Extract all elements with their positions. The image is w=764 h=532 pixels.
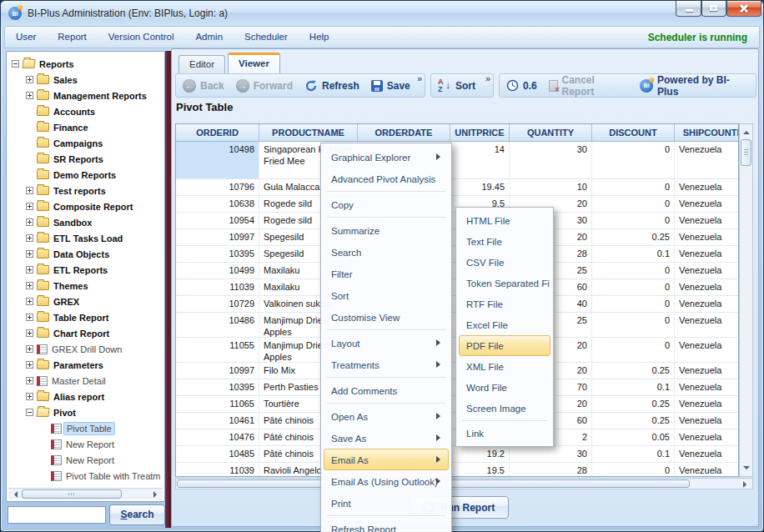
tree-item-new-report[interactable]: New Report bbox=[40, 452, 114, 468]
cell-country[interactable]: Venezuela bbox=[675, 246, 739, 262]
refresh-button[interactable]: Refresh bbox=[304, 79, 359, 93]
plus-toggle-icon[interactable] bbox=[26, 76, 33, 83]
menu-item-html-file[interactable]: HTML File bbox=[459, 210, 550, 231]
plus-toggle-icon[interactable] bbox=[26, 345, 33, 353]
table-horizontal-scrollbar[interactable] bbox=[175, 478, 753, 489]
tree-item-master-detail[interactable]: Master Detail bbox=[26, 373, 106, 389]
column-header-shipcountry[interactable]: SHIPCOUNTRY bbox=[675, 124, 739, 141]
menu-item-rtf-file[interactable]: RTF File bbox=[459, 294, 550, 314]
tree-item-parameters[interactable]: Parameters bbox=[26, 357, 103, 373]
cell-country[interactable]: Venezuela bbox=[675, 313, 739, 337]
tree-item-sandbox[interactable]: Sandbox bbox=[26, 214, 92, 230]
cell-orderid[interactable]: 10729 bbox=[176, 296, 259, 312]
tree-item-accounts[interactable]: Accounts bbox=[26, 103, 95, 119]
cell-country[interactable]: Venezuela bbox=[675, 279, 739, 295]
column-header-unitprice[interactable]: UNITPRICE bbox=[450, 124, 510, 141]
tree-item-test-reports[interactable]: Test reports bbox=[26, 183, 106, 198]
cell-disc[interactable]: 0.25 bbox=[592, 413, 675, 429]
cell-orderid[interactable]: 10954 bbox=[176, 213, 259, 228]
menu-item-search[interactable]: Search bbox=[324, 241, 449, 263]
cell-orderid[interactable]: 10485 bbox=[176, 446, 259, 462]
cell-disc[interactable]: 0 bbox=[592, 142, 675, 178]
menu-item-customise-view[interactable]: Customise View bbox=[324, 306, 449, 328]
cell-country[interactable]: Venezuela bbox=[675, 463, 739, 477]
sort-overflow-icon[interactable]: » bbox=[485, 73, 490, 83]
column-header-orderid[interactable]: ORDERID bbox=[176, 124, 259, 141]
cell-country[interactable]: Venezuela bbox=[675, 179, 739, 195]
plus-toggle-icon[interactable] bbox=[26, 393, 33, 400]
cell-orderid[interactable]: 10498 bbox=[176, 142, 259, 178]
cell-qty[interactable]: 10 bbox=[510, 179, 592, 195]
cell-orderid[interactable]: 10461 bbox=[176, 413, 259, 429]
plus-toggle-icon[interactable] bbox=[26, 250, 33, 258]
scroll-right-icon[interactable] bbox=[153, 491, 160, 498]
column-header-discount[interactable]: DISCOUNT bbox=[592, 124, 675, 141]
menu-item-graphical-explorer[interactable]: Graphical Explorer bbox=[324, 146, 449, 168]
minus-toggle-icon[interactable] bbox=[12, 60, 19, 68]
cell-disc[interactable]: 0.1 bbox=[592, 246, 675, 262]
menu-item-treatments[interactable]: Treatments bbox=[324, 354, 449, 375]
cell-orderid[interactable]: 10499 bbox=[176, 263, 259, 279]
plus-toggle-icon[interactable] bbox=[26, 266, 33, 274]
cell-disc[interactable]: 0 bbox=[592, 213, 675, 228]
tree-item-management-reports[interactable]: Management Reports bbox=[26, 88, 147, 103]
menu-item-copy[interactable]: Copy bbox=[324, 193, 449, 215]
maximize-button[interactable] bbox=[701, 1, 726, 17]
plus-toggle-icon[interactable] bbox=[26, 377, 33, 384]
cell-country[interactable]: Venezuela bbox=[675, 429, 739, 445]
tree-item-grex-drill-down[interactable]: GREX Drill Down bbox=[26, 341, 122, 357]
cell-qty[interactable]: 28 bbox=[510, 463, 592, 477]
cell-country[interactable]: Venezuela bbox=[675, 142, 739, 178]
close-button[interactable] bbox=[726, 1, 761, 17]
scroll-right-icon[interactable] bbox=[743, 481, 750, 488]
menubar-item-help[interactable]: Help bbox=[299, 27, 340, 48]
cell-disc[interactable]: 0 bbox=[592, 296, 675, 312]
save-button[interactable]: Save bbox=[371, 80, 410, 92]
tree-item-themes[interactable]: Themes bbox=[26, 278, 88, 294]
tree-item-grex[interactable]: GREX bbox=[26, 294, 79, 309]
scroll-left-icon[interactable] bbox=[11, 491, 18, 498]
menu-item-excel-file[interactable]: Excel File bbox=[459, 314, 550, 335]
cell-price[interactable]: 19.45 bbox=[450, 179, 510, 195]
menu-item-print[interactable]: Print bbox=[324, 492, 449, 514]
cell-disc[interactable]: 0.1 bbox=[592, 379, 675, 395]
table-row[interactable]: 10796Gula Malacca19.45100Venezuela bbox=[176, 179, 738, 196]
menu-item-text-file[interactable]: Text File bbox=[459, 231, 550, 252]
cell-orderid[interactable]: 10395 bbox=[176, 246, 259, 262]
cell-country[interactable]: Venezuela bbox=[675, 413, 739, 429]
cell-disc[interactable]: 0 bbox=[592, 179, 675, 195]
plus-toggle-icon[interactable] bbox=[26, 298, 33, 305]
cell-disc[interactable]: 0.25 bbox=[592, 363, 675, 379]
tree-item-etl-tasks-load[interactable]: ETL Tasks Load bbox=[26, 230, 123, 246]
plus-toggle-icon[interactable] bbox=[26, 314, 33, 321]
column-header-quantity[interactable]: QUANTITY bbox=[510, 124, 592, 141]
cell-qty[interactable]: 30 bbox=[510, 446, 592, 462]
tree-item-table-report[interactable]: Table Report bbox=[26, 309, 108, 325]
tree-item-sales[interactable]: Sales bbox=[26, 72, 78, 88]
menu-item-advanced-pivot-analysis[interactable]: Advanced Pivot Analysis bbox=[324, 168, 449, 189]
tree-item-demo-reports[interactable]: Demo Reports bbox=[26, 167, 116, 183]
tree-item-sr-reports[interactable]: SR Reports bbox=[26, 151, 103, 167]
cell-orderid[interactable]: 10997 bbox=[176, 229, 259, 245]
column-header-productname[interactable]: PRODUCTNAME bbox=[259, 124, 358, 141]
cell-disc[interactable]: 0 bbox=[592, 279, 675, 295]
cell-orderid[interactable]: 10476 bbox=[176, 429, 259, 445]
cell-country[interactable]: Venezuela bbox=[675, 338, 739, 362]
search-button[interactable]: Search bbox=[109, 504, 165, 525]
cell-orderid[interactable]: 11039 bbox=[176, 279, 259, 295]
cell-country[interactable]: Venezuela bbox=[675, 229, 739, 245]
menu-item-refresh-report[interactable]: Refresh Report bbox=[324, 518, 449, 532]
cell-disc[interactable]: 0.05 bbox=[592, 429, 675, 445]
table-row[interactable]: 11039Ravioli Angelo19.5280Venezuela bbox=[176, 463, 738, 477]
cell-orderid[interactable]: 10997 bbox=[176, 363, 259, 379]
tree-item-reports[interactable]: Reports bbox=[12, 56, 74, 72]
cell-disc[interactable]: 0.25 bbox=[592, 229, 675, 245]
menu-item-link[interactable]: Link bbox=[459, 423, 550, 444]
plus-toggle-icon[interactable] bbox=[26, 234, 33, 242]
menu-item-email-as-using-outlook[interactable]: Email As (Using Outlook) bbox=[324, 470, 449, 492]
cell-country[interactable]: Venezuela bbox=[675, 213, 739, 228]
scroll-up-icon[interactable] bbox=[743, 128, 750, 134]
cell-orderid[interactable]: 10486 bbox=[176, 313, 259, 337]
forward-button[interactable]: →Forward bbox=[236, 79, 293, 93]
tree-item-data-objects[interactable]: Data Objects bbox=[26, 246, 109, 262]
